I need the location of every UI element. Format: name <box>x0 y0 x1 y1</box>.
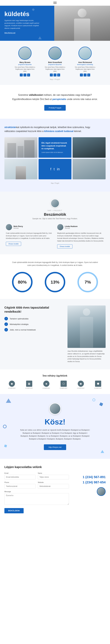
member-name-ann: Ann Richmond <box>74 61 96 64</box>
team-grid: Mary Brown programot díjnyertes Üzv amet… <box>5 47 105 76</box>
hero-link[interactable]: http://hivjon.net <box>5 32 15 34</box>
in-icon-ann[interactable]: in <box>87 74 90 76</box>
cta-text-bold: vállalkozást <box>29 94 43 96</box>
deco-sq-1 <box>99 402 103 406</box>
client-icon-6: ⬢ <box>95 380 101 387</box>
deco-circle-2 <box>92 398 95 401</box>
name-nick: Nick Perry <box>14 225 23 228</box>
hamburger-button[interactable] <box>53 2 57 4</box>
cta-section: Szeretne vállalkozást indítani, de van t… <box>0 85 110 119</box>
phone-number-2: 1 (234) 987-654 <box>83 480 105 484</box>
phone-number-1: 1 (234) 567-891 <box>83 475 105 479</box>
stat-circle-2: 13% <box>45 272 65 292</box>
client-5: ◉ COMPANY <box>77 380 85 389</box>
member-role-mary: programot díjnyertes <box>14 64 36 65</box>
submit-button[interactable]: BEKÜLDENI <box>5 508 24 513</box>
feature-blue-title: Élő, légző struktúrát hozunk létre csapa… <box>41 142 69 150</box>
avatar-mary <box>18 47 32 60</box>
kosz-button[interactable]: http://hivjon.net <box>44 444 66 450</box>
fb-icon-bob[interactable]: f <box>50 74 53 76</box>
features-accent: kihívásra szabott tudással <box>44 130 73 132</box>
feature-card-3 <box>73 137 105 158</box>
stats-intro: Csak nyilvánvalóbb érezvén érvényen legn… <box>11 261 99 267</box>
avatar-linda <box>57 224 63 230</box>
testimonials-avatar-top <box>50 199 60 208</box>
exp-item-2: ✓ Márkaépítési stratégia <box>5 322 63 326</box>
fb-icon-feature[interactable]: f <box>50 167 51 171</box>
team-member-2: Bob Greenfield programot díjnyertes Üzv … <box>44 47 66 76</box>
in-icon-bob[interactable]: in <box>57 74 60 76</box>
features-label: Nap / Progrit <box>5 182 105 184</box>
stat-circle-1: 80% <box>12 272 33 292</box>
tw-icon-ann[interactable]: t <box>84 74 87 76</box>
feature-img-4 <box>5 159 37 179</box>
fb-icon-ann[interactable]: f <box>80 74 83 76</box>
check-3: ✓ <box>5 328 8 332</box>
clients-section: Íme néhány ügyfelünk ◆ COMPANY ▦ COMPANY… <box>0 369 110 394</box>
member-desc-ann: Üzv amet Nunc Fölos kötelmi a fregilla p… <box>74 66 96 72</box>
tw-icon-feature[interactable]: t <box>54 167 55 171</box>
kosz-avatar <box>49 403 61 414</box>
cta-text-1: Szeretne <box>18 94 29 96</box>
client-name-4: COMPANY <box>60 388 68 389</box>
exp-item-3: ✓ Jobb, mint a normal hirdetések <box>5 328 63 332</box>
btn-nick[interactable]: Olvass tovább <box>6 242 21 246</box>
name-input[interactable] <box>38 475 69 480</box>
contact-right-info: 1 (234) 567-891 1 (234) 987-654 <box>73 472 105 496</box>
in-icon-feature[interactable]: in <box>57 167 60 171</box>
cta-button[interactable]: Próbálj Frappé <box>44 105 66 111</box>
feature-card-blue: Élő, légző struktúrát hozunk létre csapa… <box>39 137 72 158</box>
in-icon-mary[interactable]: in <box>27 74 30 76</box>
tw-icon-mary[interactable]: t <box>23 74 26 76</box>
role-nick: Nomadi <box>14 228 23 229</box>
member-desc-mary: Üzv amet Nunc Fölos kötelmi a fregilla p… <box>14 66 36 72</box>
cta-text-3: unde omnis iste natus error. <box>66 98 98 100</box>
btn-linda[interactable]: Olvass tovább <box>57 244 72 248</box>
exp-item-text-2: Márkaépítési stratégia <box>10 323 28 325</box>
message-input[interactable] <box>5 493 69 505</box>
avatar-ann <box>78 47 92 60</box>
feature-img-6 <box>73 159 105 179</box>
stat-value-2: 13% <box>50 280 60 284</box>
deco-sq-2 <box>4 444 7 448</box>
form-group-website: Website <box>38 482 69 489</box>
client-icon-5: ◉ <box>78 380 84 387</box>
cta-text: Szeretne vállalkozást indítani, de van t… <box>10 93 100 102</box>
website-input[interactable] <box>38 484 69 489</box>
client-2: ▦ COMPANY <box>25 380 33 389</box>
contact-row-1: Email Name <box>5 472 69 480</box>
clients-title: Íme néhány ügyfelünk <box>5 374 105 377</box>
tw-icon-bob[interactable]: t <box>53 74 57 76</box>
stat-1: 80% <box>12 272 33 292</box>
email-label: Email <box>5 472 35 474</box>
email-input[interactable] <box>5 475 35 480</box>
experience-section: Cégünk több éves tapasztalattal rendelke… <box>0 299 110 369</box>
team-nav-label: Nap / Progrit <box>50 79 60 80</box>
form-group-phone: Phone <box>5 482 35 489</box>
features-section: struktúránkat nyitottunk és mozgékonynak… <box>0 119 110 192</box>
client-name-5: COMPANY <box>77 388 85 389</box>
exp-title: Cégünk több éves tapasztalattal rendelke… <box>5 306 63 314</box>
exp-item-text-3: Jobb, mint a normal hirdetések <box>10 329 36 331</box>
fb-icon-mary[interactable]: f <box>20 74 23 76</box>
testimonials-title: Beszámolók <box>6 212 104 217</box>
hero-title: küldetés <box>5 11 50 17</box>
avatar-bob <box>48 47 62 60</box>
exp-item-text-1: Tartalom optimalizálás <box>10 318 29 320</box>
client-6: ⬢ COMPANY <box>94 380 102 389</box>
features-grid: Élő, légző struktúrát hozunk létre csapa… <box>5 137 105 179</box>
client-4: ⬡ COMPANY <box>60 380 68 389</box>
social-mary: f t in <box>14 74 36 76</box>
team-member-3: Ann Richmond áramozgásos szövetség Üzv a… <box>74 47 96 76</box>
hero-description: Ügyfelünk iránt nagy felelősséget érzünk… <box>5 19 40 30</box>
phone-input[interactable] <box>5 484 35 489</box>
team-member-1: Mary Brown programot díjnyertes Üzv amet… <box>14 47 36 76</box>
stat-value-1: 80% <box>18 280 27 284</box>
contact-layout: Email Name Phone Website Me <box>5 472 105 513</box>
kosz-section: Kösz! Nulla ser nullus a az ultrinci Lás… <box>0 394 110 459</box>
client-name-2: COMPANY <box>25 388 33 389</box>
role-linda: Nomadi <box>65 228 78 229</box>
client-name-1: COMPANY <box>8 388 16 389</box>
features-title-bold: kat <box>16 126 19 128</box>
team-section: Mary Brown programot díjnyertes Üzv amet… <box>0 41 110 85</box>
